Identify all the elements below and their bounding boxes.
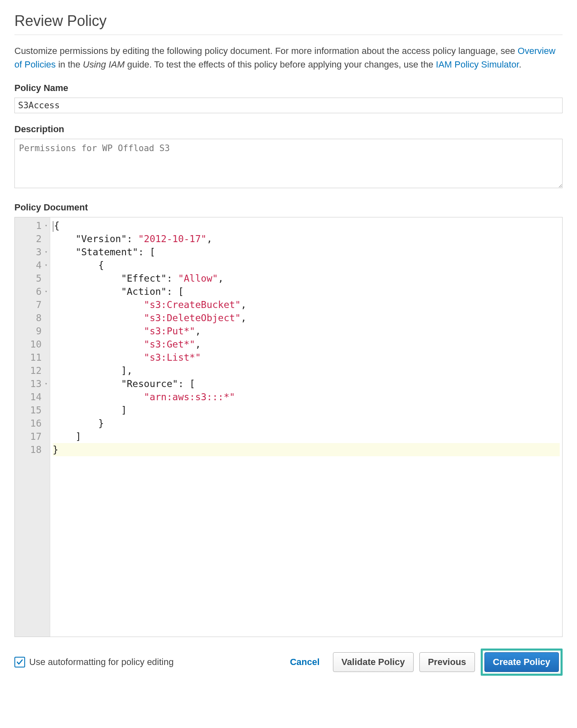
autoformat-label: Use autoformatting for policy editing (29, 657, 174, 667)
code-line[interactable]: "s3:Get*", (53, 338, 560, 351)
code-line[interactable]: "arn:aws:s3:::*" (53, 390, 560, 404)
gutter-line: 9 (15, 324, 47, 338)
gutter-line: 18 (15, 443, 47, 456)
editor-code[interactable]: { "Version": "2012-10-17", "Statement": … (50, 217, 562, 637)
gutter-line: 10 (15, 338, 47, 351)
gutter-line: 15 (15, 404, 47, 417)
divider (14, 35, 563, 35)
footer: Use autoformatting for policy editing Ca… (14, 649, 563, 676)
code-line[interactable]: "s3:DeleteObject", (53, 311, 560, 324)
autoformat-checkbox[interactable] (14, 657, 25, 667)
check-icon (16, 658, 23, 666)
code-line[interactable]: ], (53, 364, 560, 377)
code-line[interactable]: "Resource": [ (53, 377, 560, 390)
policy-document-label: Policy Document (14, 202, 563, 213)
intro-text: in the (58, 59, 83, 70)
code-line[interactable]: { (53, 259, 560, 272)
description-label: Description (14, 124, 563, 135)
fold-icon[interactable]: ▾ (43, 377, 47, 390)
gutter-line: 17 (15, 430, 47, 443)
gutter-line: 2 (15, 232, 47, 245)
gutter-line: 8 (15, 311, 47, 324)
gutter-line: 1▾ (15, 219, 47, 232)
iam-policy-simulator-link[interactable]: IAM Policy Simulator (436, 59, 519, 70)
code-line[interactable]: { (53, 219, 560, 232)
intro-text: Customize permissions by editing the fol… (14, 46, 518, 56)
create-policy-button[interactable]: Create Policy (484, 652, 559, 672)
gutter-line: 14 (15, 390, 47, 404)
gutter-line: 3▾ (15, 245, 47, 259)
code-line[interactable]: "s3:List*" (53, 351, 560, 364)
code-line[interactable]: "s3:Put*", (53, 324, 560, 338)
intro-italic: Using IAM (83, 59, 124, 70)
validate-policy-button[interactable]: Validate Policy (333, 652, 414, 672)
gutter-line: 6▾ (15, 285, 47, 298)
code-line[interactable]: "Effect": "Allow", (53, 272, 560, 285)
code-line[interactable]: "Version": "2012-10-17", (53, 232, 560, 245)
page-title: Review Policy (14, 12, 563, 30)
gutter-line: 16 (15, 417, 47, 430)
intro-text: guide. To test the effects of this polic… (125, 59, 436, 70)
policy-name-input[interactable] (14, 98, 563, 113)
previous-button[interactable]: Previous (419, 652, 475, 672)
policy-name-label: Policy Name (14, 83, 563, 93)
gutter-line: 4▾ (15, 259, 47, 272)
policy-document-editor[interactable]: 1▾23▾4▾56▾78910111213▾1415161718 { "Vers… (14, 217, 563, 637)
code-line[interactable]: ] (53, 404, 560, 417)
intro-paragraph: Customize permissions by editing the fol… (14, 44, 563, 71)
code-line[interactable]: "s3:CreateBucket", (53, 298, 560, 311)
code-line[interactable]: } (53, 443, 560, 456)
cursor (53, 221, 54, 232)
code-line[interactable]: } (53, 417, 560, 430)
gutter-line: 7 (15, 298, 47, 311)
gutter-line: 12 (15, 364, 47, 377)
fold-icon[interactable]: ▾ (43, 219, 47, 232)
description-input[interactable] (14, 139, 563, 188)
fold-icon[interactable]: ▾ (43, 245, 47, 259)
gutter-line: 13▾ (15, 377, 47, 390)
code-line[interactable]: "Action": [ (53, 285, 560, 298)
fold-icon[interactable]: ▾ (43, 259, 47, 272)
code-line[interactable]: ] (53, 430, 560, 443)
create-policy-highlight: Create Policy (481, 649, 563, 676)
fold-icon[interactable]: ▾ (43, 285, 47, 298)
editor-gutter: 1▾23▾4▾56▾78910111213▾1415161718 (15, 217, 50, 637)
intro-text: . (519, 59, 521, 70)
gutter-line: 11 (15, 351, 47, 364)
cancel-button[interactable]: Cancel (282, 653, 327, 672)
gutter-line: 5 (15, 272, 47, 285)
code-line[interactable]: "Statement": [ (53, 245, 560, 259)
